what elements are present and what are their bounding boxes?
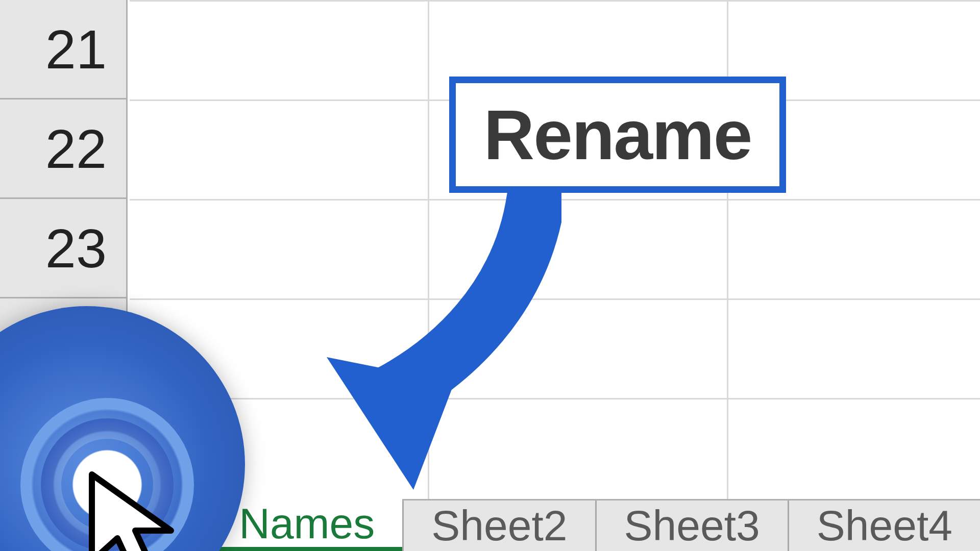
sheet-tab-sheet2[interactable]: Sheet2: [402, 500, 595, 551]
cursor-icon: [82, 469, 184, 551]
row-header[interactable]: 23: [0, 199, 128, 298]
sheet-tab-sheet4[interactable]: Sheet4: [788, 500, 980, 551]
sheet-tab-label: Sheet4: [817, 501, 952, 550]
sheet-tab-label: Sheet2: [431, 501, 567, 550]
sheet-tab-label: Names: [239, 499, 375, 548]
rename-callout: Rename: [449, 77, 786, 193]
row-header[interactable]: 21: [0, 0, 128, 99]
column-gridline: [727, 0, 728, 500]
row-header[interactable]: 22: [0, 99, 128, 199]
sheet-tab-label: Sheet3: [624, 501, 760, 550]
arrow-icon: [296, 189, 561, 505]
row-gridline: [130, 0, 980, 2]
sheet-tab-sheet3[interactable]: Sheet3: [595, 500, 788, 551]
rename-callout-label: Rename: [484, 94, 752, 176]
